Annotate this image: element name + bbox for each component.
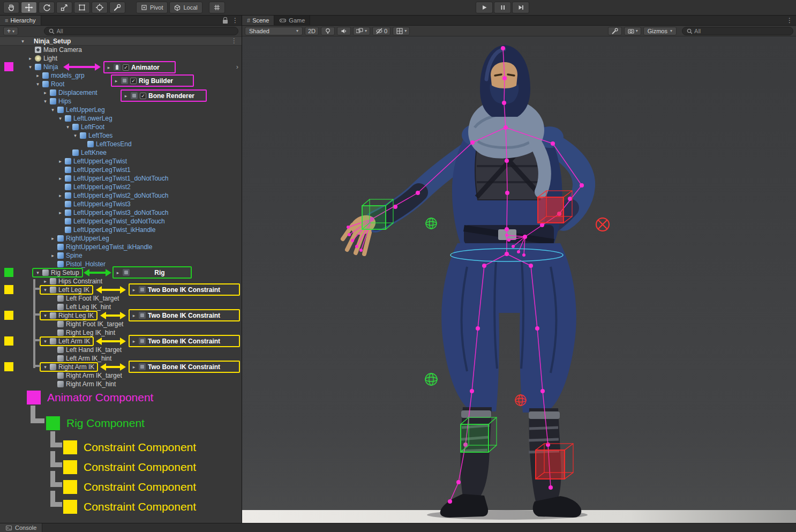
two-bone-ik-callout-2[interactable]: ▸ Two Bone IK Constraint: [129, 309, 240, 321]
bone-joint-dot[interactable]: [505, 234, 508, 237]
tab-scene[interactable]: # Scene: [242, 16, 274, 25]
rotate-tool-button[interactable]: [39, 2, 55, 13]
move-tool-button[interactable]: [21, 2, 37, 13]
bone-joint-dot[interactable]: [456, 480, 461, 484]
scene-menu-icon[interactable]: ⋮: [783, 16, 796, 25]
2d-toggle[interactable]: 2D: [305, 27, 319, 35]
enabled-checkbox[interactable]: ✓: [123, 64, 129, 71]
tab-console[interactable]: Console: [0, 523, 42, 532]
step-icon: [517, 4, 524, 11]
scene-canvas[interactable]: [242, 36, 796, 523]
bone-joint-dot[interactable]: [470, 140, 475, 145]
bone-joint-dot[interactable]: [540, 223, 544, 227]
hidden-count: 0: [384, 28, 387, 34]
expander-icon[interactable]: ▸: [131, 364, 137, 370]
bone-joint-dot[interactable]: [393, 205, 397, 209]
bone-joint-dot[interactable]: [482, 264, 486, 268]
shading-mode-dropdown[interactable]: Shaded ▾: [245, 27, 303, 35]
expander-icon[interactable]: ▸: [115, 270, 121, 275]
bone-joint-dot[interactable]: [351, 239, 354, 242]
bone-joint-dot[interactable]: [502, 101, 506, 105]
two-bone-ik-callout-1[interactable]: ▸ Two Bone IK Constraint: [129, 283, 240, 296]
scene-search[interactable]: [682, 27, 793, 35]
rig-builder-component-callout[interactable]: ▸ ✓ Rig Builder: [111, 74, 194, 87]
expander-icon[interactable]: ▸: [131, 339, 137, 344]
grid-snap-button[interactable]: [209, 2, 225, 13]
two-bone-ik-callout-3[interactable]: ▸ Two Bone IK Constraint: [129, 335, 240, 347]
hand-tool-button[interactable]: [3, 2, 19, 13]
scene-viewport[interactable]: [242, 36, 796, 523]
pause-button[interactable]: [494, 2, 511, 13]
two-bone-ik-callout-4[interactable]: ▸ Two Bone IK Constraint: [129, 361, 240, 373]
bone-joint-dot[interactable]: [512, 245, 515, 248]
bone-joint-dot[interactable]: [504, 125, 508, 130]
tab-game[interactable]: Game: [274, 16, 310, 25]
bracket-stub: [33, 365, 40, 367]
expander-icon[interactable]: ▸: [106, 65, 111, 70]
bone-joint-dot[interactable]: [540, 389, 545, 393]
bone-joint-dot[interactable]: [448, 499, 452, 504]
scene-lighting-toggle[interactable]: [321, 27, 335, 35]
bone-joint-dot[interactable]: [580, 183, 584, 188]
bone-joint-dot[interactable]: [476, 326, 480, 331]
bone-joint-dot[interactable]: [505, 159, 509, 163]
left-leg-ik-hint-gizmo[interactable]: [425, 373, 437, 385]
pause-icon: [499, 4, 506, 11]
chevron-down-icon: ▾: [404, 28, 407, 33]
rig-component-callout[interactable]: ▸ Rig: [112, 266, 192, 279]
bone-joint-dot[interactable]: [568, 197, 572, 201]
bone-renderer-label: Bone Renderer: [148, 92, 194, 100]
step-button[interactable]: [512, 2, 529, 13]
bone-joint-dot[interactable]: [549, 485, 553, 490]
scene-grid-toggle[interactable]: ▾: [393, 27, 410, 35]
transform-tool-button[interactable]: [92, 2, 108, 13]
bone-joint-dot[interactable]: [347, 226, 350, 229]
bone-joint-dot[interactable]: [546, 443, 550, 447]
enabled-checkbox[interactable]: ✓: [130, 78, 137, 84]
bone-joint-dot[interactable]: [535, 326, 539, 331]
bone-joint-dot[interactable]: [359, 249, 363, 252]
rotate-icon: [42, 3, 51, 12]
bone-joint-dot[interactable]: [348, 233, 351, 236]
scene-tab-label: Scene: [252, 17, 269, 24]
bone-joint-dot[interactable]: [507, 238, 510, 242]
scale-tool-button[interactable]: [56, 2, 72, 13]
left-arm-ik-hint-gizmo[interactable]: [426, 218, 437, 229]
bone-joint-dot[interactable]: [551, 141, 555, 146]
bone-joint-dot[interactable]: [529, 264, 533, 268]
bone-joint-dot[interactable]: [470, 389, 474, 393]
bone-joint-dot[interactable]: [505, 227, 509, 231]
scene-audio-toggle[interactable]: [337, 27, 351, 35]
expander-icon[interactable]: ▸: [131, 287, 137, 293]
rect-tool-button[interactable]: [74, 2, 90, 13]
play-button[interactable]: [476, 2, 493, 13]
bone-renderer-component-callout[interactable]: ▸ ✓ Bone Renderer: [121, 89, 207, 102]
local-toggle[interactable]: Local: [169, 2, 202, 13]
pivot-toggle[interactable]: Pivot: [136, 2, 168, 13]
expander-icon[interactable]: ▸: [114, 78, 119, 84]
scene-search-input[interactable]: [694, 28, 789, 34]
bone-joint-dot[interactable]: [522, 253, 525, 257]
bone-joint-dot[interactable]: [501, 46, 505, 50]
gizmos-dropdown[interactable]: Gizmos ▾: [643, 27, 677, 35]
right-leg-ik-hint-gizmo[interactable]: [515, 395, 526, 406]
camera-overlay-button[interactable]: ▾: [624, 27, 641, 35]
bone-joint-dot[interactable]: [505, 191, 509, 195]
scene-effects-toggle[interactable]: ▾: [353, 27, 370, 35]
pivot-icon: [141, 4, 147, 11]
expander-icon[interactable]: ▸: [123, 93, 129, 99]
bone-joint-dot[interactable]: [517, 250, 520, 253]
legend-label-constraint-component: Constraint Component: [84, 480, 196, 494]
expander-icon[interactable]: ▸: [131, 313, 137, 318]
bone-joint-dot[interactable]: [502, 76, 507, 80]
scene-visibility-toggle[interactable]: 0: [372, 27, 391, 35]
bone-joint-dot[interactable]: [355, 245, 358, 248]
custom-tool-button[interactable]: [109, 2, 125, 13]
bracket-stub: [33, 288, 40, 290]
bone-joint-dot[interactable]: [416, 191, 420, 195]
animator-component-callout[interactable]: ▸ ✓ Animator: [103, 61, 176, 73]
enabled-checkbox[interactable]: ✓: [140, 93, 146, 99]
editor-tools-button[interactable]: [608, 27, 622, 35]
bone-joint-dot[interactable]: [505, 252, 509, 256]
bone-joint-dot[interactable]: [523, 235, 527, 239]
